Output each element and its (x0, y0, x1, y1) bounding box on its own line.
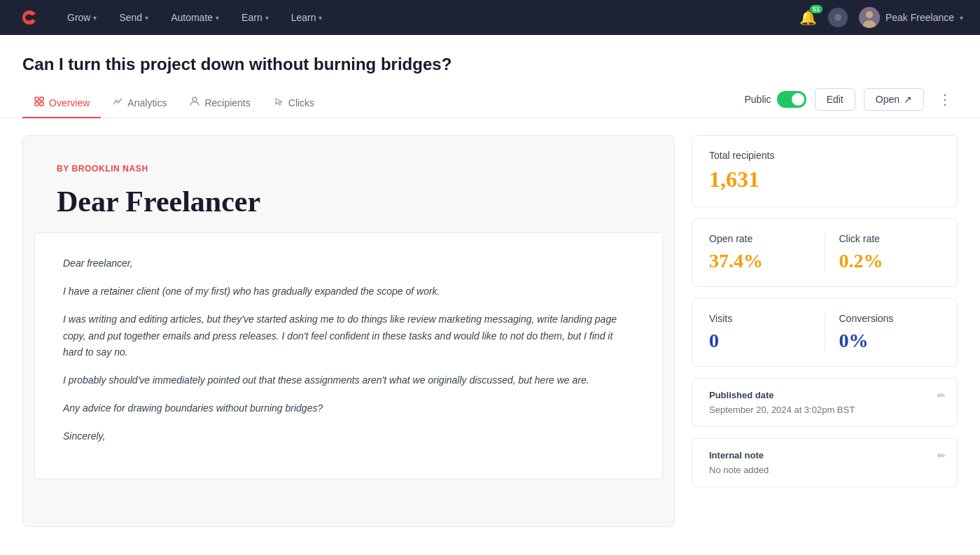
page-title: Can I turn this project down without bur… (22, 55, 958, 74)
svg-rect-5 (40, 97, 43, 101)
brand-logo[interactable] (17, 5, 42, 30)
tab-overview[interactable]: Overview (22, 89, 101, 118)
user-chevron-icon: ▾ (960, 14, 963, 22)
tab-clicks[interactable]: Clicks (262, 89, 326, 118)
total-recipients-label: Total recipients (709, 150, 940, 161)
published-date-value: September 20, 2024 at 3:02pm BST (709, 405, 940, 415)
clicks-icon (273, 96, 284, 110)
svg-point-10 (192, 97, 197, 101)
internal-note-edit-icon[interactable]: ✏ (937, 450, 946, 461)
stat-visits-conversions: Visits 0 Conversions 0% (692, 298, 958, 367)
nav-learn[interactable]: Learn ▾ (283, 8, 331, 27)
article-paragraph-3: I was writing and editing articles, but … (63, 311, 634, 361)
total-recipients-value: 1,631 (709, 167, 940, 192)
chevron-down-icon: ▾ (216, 14, 219, 22)
article-title: Dear Freelancer (57, 185, 640, 218)
svg-point-9 (118, 101, 120, 103)
published-date-edit-icon[interactable]: ✏ (937, 390, 946, 401)
svg-rect-7 (40, 102, 43, 106)
article-paragraph-4: I probably should've immediately pointed… (63, 372, 634, 389)
toggle-knob (792, 93, 804, 106)
open-button[interactable]: Open ↗ (864, 88, 924, 111)
overview-icon (34, 96, 45, 110)
published-date-label: Published date (709, 390, 940, 400)
nav-circle-icon[interactable] (828, 8, 848, 27)
nav-grow[interactable]: Grow ▾ (59, 8, 105, 27)
visits-label: Visits (709, 313, 811, 324)
chevron-down-icon: ▾ (93, 14, 97, 22)
tab-analytics[interactable]: Analytics (101, 89, 178, 118)
toggle-switch[interactable] (777, 91, 806, 108)
open-rate-value: 37.4% (709, 250, 811, 272)
edit-button[interactable]: Edit (815, 88, 855, 111)
avatar (859, 7, 880, 28)
stat-internal-note: Internal note No note added ✏ (692, 438, 958, 487)
conversions-stat: Conversions 0% (825, 313, 941, 352)
svg-rect-4 (35, 97, 38, 101)
article-byline: BY BROOKLIN NASH (57, 164, 640, 174)
content-area: BY BROOKLIN NASH Dear Freelancer Dear fr… (0, 118, 980, 544)
article-panel: BY BROOKLIN NASH Dear Freelancer Dear fr… (22, 135, 675, 527)
page-header: Can I turn this project down without bur… (0, 35, 980, 118)
article-paragraph-1: Dear freelancer, (63, 255, 634, 272)
chevron-down-icon: ▾ (318, 14, 322, 22)
open-rate-label: Open rate (709, 233, 811, 244)
visits-stat: Visits 0 (709, 313, 825, 352)
page-container: Can I turn this project down without bur… (0, 35, 980, 555)
article-paragraph-5: Any advice for drawing boundaries withou… (63, 400, 634, 417)
recipients-icon (189, 96, 200, 110)
article-paragraph-2: I have a retainer client (one of my firs… (63, 283, 634, 300)
visits-value: 0 (709, 330, 811, 352)
stats-panel: Total recipients 1,631 Open rate 37.4% C… (692, 135, 958, 487)
stat-rates: Open rate 37.4% Click rate 0.2% (692, 218, 958, 287)
public-toggle[interactable]: Public (744, 91, 806, 108)
rates-row: Open rate 37.4% Click rate 0.2% (709, 233, 940, 272)
nav-earn[interactable]: Earn ▾ (233, 8, 277, 27)
chevron-down-icon: ▾ (145, 14, 148, 22)
external-link-icon: ↗ (904, 94, 912, 105)
internal-note-value: No note added (709, 465, 940, 475)
notification-badge: 51 (810, 5, 822, 13)
article-body: Dear freelancer, I have a retainer clien… (34, 232, 663, 479)
click-rate-label: Click rate (839, 233, 941, 244)
click-rate-value: 0.2% (839, 250, 941, 272)
article-paragraph-6: Sincerely, (63, 428, 634, 445)
chevron-down-icon: ▾ (265, 14, 269, 22)
nav-right: 🔔 51 Peak Freelance ▾ (799, 7, 963, 28)
analytics-icon (112, 96, 123, 110)
svg-rect-6 (35, 102, 38, 106)
nav-automate[interactable]: Automate ▾ (162, 8, 227, 27)
svg-point-8 (115, 99, 118, 101)
conversions-value: 0% (839, 330, 941, 352)
visits-conversions-row: Visits 0 Conversions 0% (709, 313, 940, 352)
circle-dot (834, 14, 841, 21)
open-rate-stat: Open rate 37.4% (709, 233, 825, 272)
internal-note-label: Internal note (709, 450, 940, 461)
tabs-bar: Overview Analytics (22, 88, 958, 118)
click-rate-stat: Click rate 0.2% (825, 233, 941, 272)
notification-bell[interactable]: 🔔 51 (799, 9, 817, 26)
tab-recipients[interactable]: Recipients (178, 89, 261, 118)
more-options-button[interactable]: ⋮ (932, 90, 958, 109)
stat-published-date: Published date September 20, 2024 at 3:0… (692, 378, 958, 427)
article-header: BY BROOKLIN NASH Dear Freelancer (23, 136, 674, 232)
nav-send[interactable]: Send ▾ (111, 8, 157, 27)
navbar: Grow ▾ Send ▾ Automate ▾ Earn ▾ Learn ▾ … (0, 0, 980, 35)
stat-total-recipients: Total recipients 1,631 (692, 135, 958, 207)
svg-point-0 (17, 5, 42, 30)
user-menu[interactable]: Peak Freelance ▾ (859, 7, 963, 28)
conversions-label: Conversions (839, 313, 941, 324)
tab-actions: Public Edit Open ↗ ⋮ (744, 88, 958, 118)
svg-point-2 (866, 11, 873, 18)
